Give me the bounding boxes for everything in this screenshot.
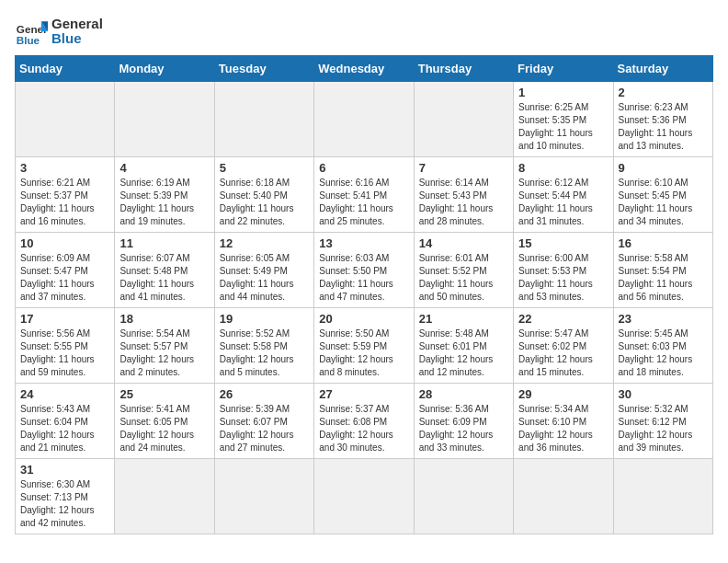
calendar-cell: 7Sunrise: 6:14 AM Sunset: 5:43 PM Daylig… — [414, 157, 513, 233]
day-number: 31 — [20, 463, 109, 477]
day-info: Sunrise: 6:01 AM Sunset: 5:52 PM Dayligh… — [419, 252, 508, 304]
logo: General Blue General Blue — [15, 15, 103, 48]
calendar-cell: 18Sunrise: 5:54 AM Sunset: 5:57 PM Dayli… — [115, 308, 214, 384]
calendar-cell: 26Sunrise: 5:39 AM Sunset: 6:07 PM Dayli… — [214, 384, 313, 459]
calendar-cell: 6Sunrise: 6:16 AM Sunset: 5:41 PM Daylig… — [314, 157, 414, 233]
calendar-cell: 10Sunrise: 6:09 AM Sunset: 5:47 PM Dayli… — [16, 233, 115, 308]
day-info: Sunrise: 6:21 AM Sunset: 5:37 PM Dayligh… — [20, 177, 109, 228]
calendar-cell — [214, 459, 313, 534]
calendar-cell: 15Sunrise: 6:00 AM Sunset: 5:53 PM Dayli… — [514, 233, 613, 308]
day-info: Sunrise: 6:14 AM Sunset: 5:43 PM Dayligh… — [419, 177, 508, 228]
calendar-cell — [514, 459, 613, 534]
day-number: 1 — [518, 86, 608, 99]
calendar-cell: 13Sunrise: 6:03 AM Sunset: 5:50 PM Dayli… — [314, 233, 414, 308]
calendar-week-row: 24Sunrise: 5:43 AM Sunset: 6:04 PM Dayli… — [16, 384, 713, 459]
calendar-cell: 2Sunrise: 6:23 AM Sunset: 5:36 PM Daylig… — [613, 82, 712, 157]
weekday-header-monday: Monday — [115, 56, 214, 82]
day-number: 28 — [419, 387, 508, 401]
calendar-week-row: 17Sunrise: 5:56 AM Sunset: 5:55 PM Dayli… — [16, 308, 713, 384]
calendar-cell — [214, 82, 313, 157]
logo-icon: General Blue — [15, 15, 48, 48]
calendar-cell: 29Sunrise: 5:34 AM Sunset: 6:10 PM Dayli… — [514, 384, 613, 459]
day-info: Sunrise: 6:00 AM Sunset: 5:53 PM Dayligh… — [518, 252, 608, 304]
calendar-cell: 20Sunrise: 5:50 AM Sunset: 5:59 PM Dayli… — [314, 308, 414, 384]
day-number: 5 — [220, 161, 309, 175]
day-number: 21 — [419, 312, 508, 326]
day-number: 27 — [319, 387, 408, 401]
calendar-cell: 27Sunrise: 5:37 AM Sunset: 6:08 PM Dayli… — [314, 384, 414, 459]
day-info: Sunrise: 5:54 AM Sunset: 5:57 PM Dayligh… — [119, 327, 209, 379]
day-info: Sunrise: 5:48 AM Sunset: 6:01 PM Dayligh… — [419, 327, 508, 379]
weekday-header-tuesday: Tuesday — [214, 56, 313, 82]
weekday-header-wednesday: Wednesday — [314, 56, 414, 82]
day-number: 2 — [619, 86, 708, 99]
calendar-cell: 24Sunrise: 5:43 AM Sunset: 6:04 PM Dayli… — [16, 384, 115, 459]
day-number: 13 — [319, 236, 408, 250]
day-info: Sunrise: 6:18 AM Sunset: 5:40 PM Dayligh… — [220, 177, 309, 228]
day-number: 6 — [319, 161, 408, 175]
day-info: Sunrise: 6:23 AM Sunset: 5:36 PM Dayligh… — [619, 101, 708, 153]
day-number: 10 — [20, 236, 109, 250]
calendar-cell: 1Sunrise: 6:25 AM Sunset: 5:35 PM Daylig… — [514, 82, 613, 157]
calendar-cell: 31Sunrise: 6:30 AM Sunset: 7:13 PM Dayli… — [16, 459, 115, 534]
header: General Blue General Blue — [15, 15, 713, 48]
weekday-header-row: SundayMondayTuesdayWednesdayThursdayFrid… — [16, 56, 713, 82]
calendar-cell: 9Sunrise: 6:10 AM Sunset: 5:45 PM Daylig… — [613, 157, 712, 233]
day-number: 8 — [518, 161, 608, 175]
day-info: Sunrise: 5:37 AM Sunset: 6:08 PM Dayligh… — [319, 403, 408, 454]
calendar-cell — [414, 459, 513, 534]
calendar-cell: 3Sunrise: 6:21 AM Sunset: 5:37 PM Daylig… — [16, 157, 115, 233]
day-info: Sunrise: 5:50 AM Sunset: 5:59 PM Dayligh… — [319, 327, 408, 379]
calendar-table: SundayMondayTuesdayWednesdayThursdayFrid… — [15, 55, 713, 534]
day-number: 4 — [119, 161, 209, 175]
weekday-header-thursday: Thursday — [414, 56, 513, 82]
day-number: 17 — [20, 312, 109, 326]
day-info: Sunrise: 5:43 AM Sunset: 6:04 PM Dayligh… — [20, 403, 109, 454]
day-number: 19 — [220, 312, 309, 326]
calendar-cell: 14Sunrise: 6:01 AM Sunset: 5:52 PM Dayli… — [414, 233, 513, 308]
calendar-cell — [314, 459, 414, 534]
day-number: 23 — [619, 312, 708, 326]
weekday-header-saturday: Saturday — [613, 56, 712, 82]
calendar-cell — [314, 82, 414, 157]
day-number: 24 — [20, 387, 109, 401]
logo-blue-text: Blue — [51, 31, 103, 47]
calendar-cell: 21Sunrise: 5:48 AM Sunset: 6:01 PM Dayli… — [414, 308, 513, 384]
day-info: Sunrise: 5:32 AM Sunset: 6:12 PM Dayligh… — [619, 403, 708, 454]
calendar-cell: 23Sunrise: 5:45 AM Sunset: 6:03 PM Dayli… — [613, 308, 712, 384]
calendar-cell — [613, 459, 712, 534]
calendar-cell — [115, 82, 214, 157]
day-info: Sunrise: 5:34 AM Sunset: 6:10 PM Dayligh… — [518, 403, 608, 454]
calendar-cell: 8Sunrise: 6:12 AM Sunset: 5:44 PM Daylig… — [514, 157, 613, 233]
day-info: Sunrise: 6:25 AM Sunset: 5:35 PM Dayligh… — [518, 101, 608, 153]
day-number: 15 — [518, 236, 608, 250]
day-info: Sunrise: 5:36 AM Sunset: 6:09 PM Dayligh… — [419, 403, 508, 454]
logo-general-text: General — [51, 17, 103, 32]
day-number: 7 — [419, 161, 508, 175]
day-info: Sunrise: 6:05 AM Sunset: 5:49 PM Dayligh… — [220, 252, 309, 304]
day-number: 18 — [119, 312, 209, 326]
calendar-cell — [16, 82, 115, 157]
calendar-cell: 4Sunrise: 6:19 AM Sunset: 5:39 PM Daylig… — [115, 157, 214, 233]
calendar-cell: 16Sunrise: 5:58 AM Sunset: 5:54 PM Dayli… — [613, 233, 712, 308]
day-number: 30 — [619, 387, 708, 401]
calendar-week-row: 10Sunrise: 6:09 AM Sunset: 5:47 PM Dayli… — [16, 233, 713, 308]
day-info: Sunrise: 5:52 AM Sunset: 5:58 PM Dayligh… — [220, 327, 309, 379]
calendar-cell — [414, 82, 513, 157]
day-info: Sunrise: 6:07 AM Sunset: 5:48 PM Dayligh… — [119, 252, 209, 304]
day-number: 22 — [518, 312, 608, 326]
calendar-week-row: 3Sunrise: 6:21 AM Sunset: 5:37 PM Daylig… — [16, 157, 713, 233]
day-number: 3 — [20, 161, 109, 175]
day-number: 14 — [419, 236, 508, 250]
day-info: Sunrise: 5:47 AM Sunset: 6:02 PM Dayligh… — [518, 327, 608, 379]
day-info: Sunrise: 6:30 AM Sunset: 7:13 PM Dayligh… — [20, 478, 109, 530]
day-number: 16 — [619, 236, 708, 250]
calendar-cell: 30Sunrise: 5:32 AM Sunset: 6:12 PM Dayli… — [613, 384, 712, 459]
day-number: 26 — [220, 387, 309, 401]
calendar-cell: 12Sunrise: 6:05 AM Sunset: 5:49 PM Dayli… — [214, 233, 313, 308]
calendar-week-row: 1Sunrise: 6:25 AM Sunset: 5:35 PM Daylig… — [16, 82, 713, 157]
calendar-cell: 11Sunrise: 6:07 AM Sunset: 5:48 PM Dayli… — [115, 233, 214, 308]
day-info: Sunrise: 5:58 AM Sunset: 5:54 PM Dayligh… — [619, 252, 708, 304]
calendar-cell: 17Sunrise: 5:56 AM Sunset: 5:55 PM Dayli… — [16, 308, 115, 384]
day-info: Sunrise: 6:19 AM Sunset: 5:39 PM Dayligh… — [119, 177, 209, 228]
